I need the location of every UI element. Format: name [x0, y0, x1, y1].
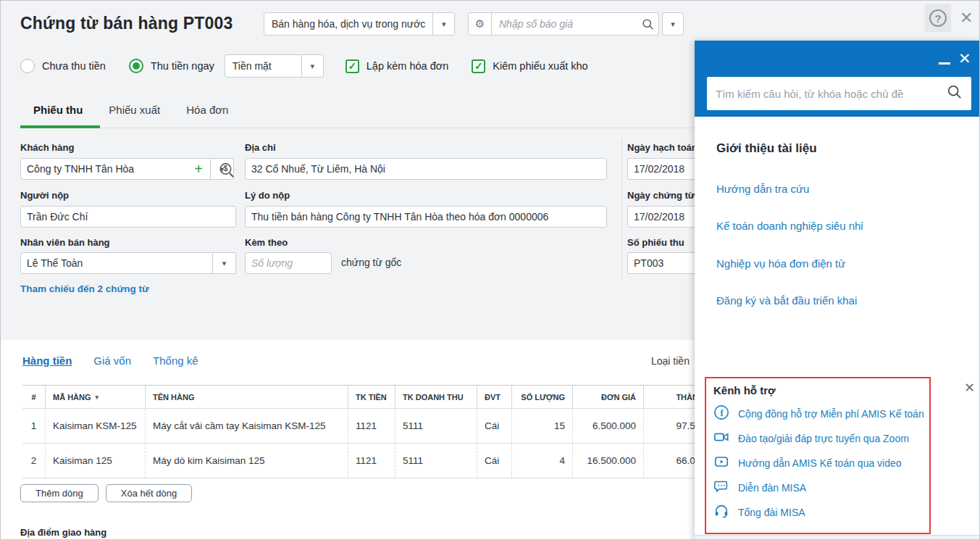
tab-phieu-thu[interactable]: Phiếu thu — [20, 104, 96, 126]
support-item-forum[interactable]: Diễn đàn MISA — [713, 479, 922, 497]
sort-icon[interactable]: ▾ — [96, 394, 99, 401]
items-table: # MÃ HÀNG▾ TÊN HÀNG TK TIỀN TK DOANH THU… — [22, 385, 732, 478]
payer-input[interactable] — [20, 206, 236, 228]
col-tk-tien[interactable]: TK TIỀN — [348, 386, 395, 408]
payment-method-dropdown[interactable]: Tiền mặt ▾ — [225, 54, 324, 78]
tab-thong-ke[interactable]: Thống kê — [153, 354, 198, 367]
svg-text:$: $ — [224, 165, 228, 173]
support-item-hotline[interactable]: Tổng đài MISA — [713, 504, 922, 521]
reference-link[interactable]: Tham chiếu đến 2 chứng từ — [20, 283, 149, 294]
question-icon: ? — [929, 9, 947, 27]
doc-date-label: Ngày chứng từ — [627, 190, 695, 201]
attach-suffix-text: chứng từ gốc — [341, 257, 401, 268]
close-icon[interactable]: ✕ — [958, 50, 971, 67]
quote-search-box: ⚙ — [468, 12, 659, 36]
help-intro-title: Giới thiệu tài liệu — [716, 141, 817, 156]
col-dvt[interactable]: ĐVT — [477, 386, 512, 408]
support-title: Kênh hỗ trợ — [713, 384, 922, 396]
support-item-zoom[interactable]: Đào tạo/giải đáp trực tuyến qua Zoom — [713, 430, 922, 447]
checkbox-with-stock-out[interactable]: ✓ — [472, 59, 485, 73]
search-icon[interactable] — [947, 84, 963, 103]
posting-date-label: Ngày hạch toán — [627, 142, 698, 153]
delivery-location-label: Địa điểm giao hàng — [20, 527, 106, 538]
support-channels-box: Kênh hỗ trợ f Cộng đồng hỗ trợ Miễn phí … — [705, 377, 931, 534]
doc-type-value: Bán hàng hóa, dịch vụ trong nước — [264, 13, 432, 35]
customer-combo[interactable]: Công ty TNHH Tân Hòa + ▾ — [20, 158, 234, 180]
quote-search-group: ⚙ ▾ — [468, 12, 684, 36]
salesman-label: Nhân viên bán hàng — [20, 237, 110, 248]
document-tabs: Phiếu thu Phiếu xuất Hóa đơn — [20, 104, 241, 126]
salesman-combo[interactable]: Lê Thế Toàn ▾ — [20, 252, 236, 274]
attach-label: Kèm theo — [245, 237, 288, 248]
chevron-down-icon[interactable]: ▾ — [213, 252, 236, 274]
help-link-hoa-don[interactable]: Nghiệp vụ hóa đơn điện tử — [716, 257, 845, 270]
col-don-gia[interactable]: ĐƠN GIÁ — [573, 386, 644, 408]
quote-number-input[interactable] — [492, 13, 637, 35]
sales-document-window: Chứng từ bán hàng PT003 Bán hàng hóa, dị… — [0, 0, 980, 540]
tab-gia-von[interactable]: Giá vốn — [93, 354, 131, 367]
col-index: # — [22, 386, 46, 408]
address-input[interactable] — [245, 158, 607, 180]
col-ten-hang[interactable]: TÊN HÀNG — [146, 386, 348, 408]
tab-hoa-don[interactable]: Hóa đơn — [173, 104, 241, 126]
currency-label: Loại tiền — [651, 355, 690, 367]
video-camera-icon — [713, 429, 729, 448]
radio-not-collected-label: Chưa thu tiền — [42, 60, 106, 72]
checkbox-with-invoice[interactable]: ✓ — [345, 59, 359, 73]
active-tab-indicator — [20, 125, 100, 128]
checkbox-with-invoice-label: Lập kèm hóa đơn — [367, 60, 449, 72]
customer-debt-icon[interactable]: $ — [218, 162, 235, 179]
customer-value: Công ty TNHH Tân Hòa — [27, 163, 134, 175]
reason-label: Lý do nộp — [245, 190, 290, 201]
delete-rows-button[interactable]: Xóa hết dòng — [106, 484, 192, 502]
help-search-box — [707, 77, 971, 110]
help-panel: ✕ Giới thiệu tài liệu Hướng dẫn tra cứu … — [695, 41, 980, 540]
minimize-icon[interactable] — [939, 62, 950, 65]
help-search-input[interactable] — [716, 88, 947, 100]
tab-phieu-xuat[interactable]: Phiếu xuất — [96, 104, 173, 126]
col-so-luong[interactable]: SỐ LƯỢNG — [512, 386, 573, 408]
help-panel-footer — [695, 535, 980, 540]
attach-qty-input[interactable] — [245, 252, 332, 274]
close-icon[interactable]: ✕ — [960, 8, 973, 28]
col-tk-doanh-thu[interactable]: TK DOANH THU — [395, 386, 477, 408]
table-row[interactable]: 2 Kaisiman 125 Máy dò kim Kaisiman 125 1… — [22, 444, 732, 478]
help-panel-header: ✕ — [695, 41, 980, 117]
gear-icon[interactable]: ⚙ — [469, 13, 492, 35]
search-icon[interactable] — [637, 13, 658, 35]
receipt-no-label: Số phiếu thu — [627, 237, 684, 248]
support-item-facebook[interactable]: f Cộng đồng hỗ trợ Miễn phí AMIS Kế toán — [713, 405, 922, 423]
help-button[interactable]: ? — [925, 4, 951, 32]
table-row[interactable]: 1 Kaisiman KSM-125 Máy cắt vải cầm tay K… — [22, 409, 732, 444]
chat-icon — [713, 478, 729, 497]
help-link-tra-cuu[interactable]: Hướng dẫn tra cứu — [716, 183, 809, 195]
chevron-down-icon[interactable]: ▾ — [432, 13, 454, 35]
radio-not-collected[interactable] — [20, 59, 35, 73]
doc-type-dropdown[interactable]: Bán hàng hóa, dịch vụ trong nước ▾ — [264, 12, 455, 36]
checkbox-with-stock-out-label: Kiêm phiếu xuất kho — [493, 60, 587, 72]
support-item-video[interactable]: Hướng dẫn AMIS Kế toán qua video — [713, 454, 922, 472]
salesman-value: Lê Thế Toàn — [27, 257, 83, 269]
col-ma-hang[interactable]: MÃ HÀNG▾ — [46, 386, 146, 408]
add-customer-icon[interactable]: + — [194, 161, 204, 178]
payment-options-row: Chưa thu tiền Thu tiền ngay Tiền mặt ▾ ✓… — [20, 54, 611, 78]
chevron-down-icon[interactable]: ▾ — [301, 55, 323, 77]
radio-collect-now-label: Thu tiền ngay — [151, 60, 214, 72]
help-link-sieu-nhi[interactable]: Kế toán doanh nghiệp siêu nhỉ — [716, 220, 863, 232]
payer-label: Người nộp — [20, 190, 69, 201]
video-play-icon — [713, 454, 729, 473]
radio-collect-now[interactable] — [129, 59, 143, 73]
svg-text:f: f — [720, 408, 724, 418]
payment-method-value: Tiền mặt — [225, 55, 301, 77]
add-row-button[interactable]: Thêm dòng — [20, 484, 99, 502]
detail-tabs: Hàng tiền Giá vốn Thống kê — [22, 354, 198, 367]
chevron-down-icon[interactable]: ▾ — [662, 12, 684, 36]
facebook-icon: f — [713, 404, 729, 423]
tab-hang-tien[interactable]: Hàng tiền — [22, 354, 72, 367]
reason-input[interactable] — [245, 206, 607, 228]
headset-icon — [713, 503, 729, 522]
table-header-row: # MÃ HÀNG▾ TÊN HÀNG TK TIỀN TK DOANH THU… — [22, 385, 732, 409]
close-icon[interactable]: ✕ — [964, 380, 975, 396]
help-link-trien-khai[interactable]: Đăng ký và bắt đầu triển khai — [716, 294, 857, 307]
address-label: Địa chỉ — [245, 142, 276, 153]
